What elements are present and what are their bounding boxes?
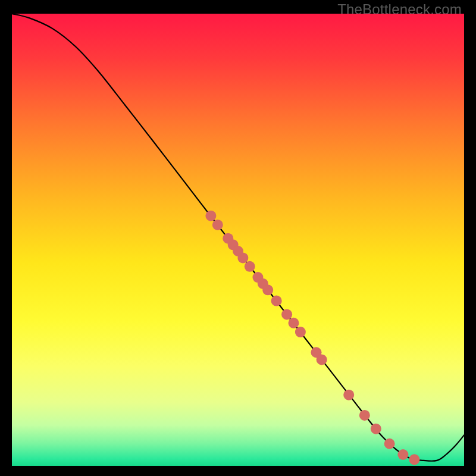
- chart-point: [262, 284, 273, 295]
- chart-frame: [12, 14, 464, 466]
- chart-point: [343, 390, 354, 400]
- chart-point: [359, 410, 370, 421]
- chart-point: [295, 327, 306, 337]
- chart-point: [281, 309, 292, 320]
- chart-point: [237, 252, 248, 263]
- chart-point: [212, 220, 223, 230]
- chart-point: [245, 261, 255, 272]
- chart-point: [205, 211, 216, 221]
- chart-point: [409, 454, 419, 465]
- chart-point: [371, 424, 381, 434]
- chart-point: [317, 354, 327, 365]
- chart-point: [288, 318, 299, 328]
- chart-background: [12, 14, 464, 466]
- chart-svg: [12, 14, 464, 466]
- chart-point: [397, 449, 408, 460]
- chart-point: [384, 439, 395, 449]
- chart-point: [271, 296, 282, 306]
